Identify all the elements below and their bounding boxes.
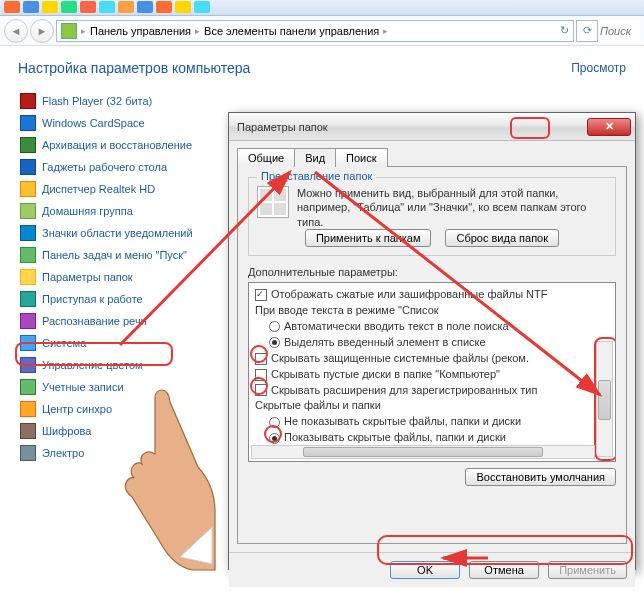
rb-show-hidden[interactable] [269,433,280,444]
tab-body: Представление папок Можно применить вид,… [237,166,627,544]
breadcrumb[interactable]: ▸ Панель управления ▸ Все элементы панел… [56,20,574,42]
item-label: Распознавание речи [42,315,147,327]
item-icon [20,291,36,307]
item-icon [20,225,36,241]
close-button[interactable]: ✕ [587,118,631,136]
cb-show-compressed[interactable] [255,289,267,301]
vertical-scrollbar[interactable] [596,341,613,457]
tabs: Общие Вид Поиск [229,141,635,166]
ok-button[interactable]: OK [390,561,460,579]
rb-auto-type[interactable] [269,321,280,332]
control-panel-item[interactable]: Flash Player (32 бита) [18,90,208,112]
control-panel-item[interactable]: Windows CardSpace [18,112,208,134]
group-text: Можно применить вид, выбранный для этой … [297,186,607,229]
rb-select-typed[interactable] [269,337,280,348]
refresh-button[interactable]: ⟳ [576,20,598,42]
cb-hide-protected[interactable] [255,353,267,365]
dialog-buttons: OK Отмена Применить [229,552,635,587]
folder-options-dialog: Параметры папок ✕ Общие Вид Поиск Предст… [228,112,636,570]
item-icon [20,445,36,461]
item-icon [20,93,36,109]
folder-views-group: Представление папок Можно применить вид,… [248,177,616,256]
item-label: Домашняя группа [42,205,133,217]
control-panel-item[interactable]: Приступая к работе [18,288,208,310]
rb-dont-show-hidden[interactable] [269,417,280,428]
item-icon [20,401,36,417]
item-icon [20,137,36,153]
crumb-1[interactable]: Панель управления [90,25,191,37]
tab-general[interactable]: Общие [237,148,295,167]
item-label: Параметры папок [42,271,133,283]
cancel-button[interactable]: Отмена [469,561,539,579]
item-icon [20,247,36,263]
page-title: Настройка параметров компьютера [18,60,250,76]
item-label: Панель задач и меню "Пуск" [42,249,187,261]
cb-hide-empty-drives[interactable] [255,369,267,381]
item-label: Flash Player (32 бита) [42,95,152,107]
highlight-folder-options [15,342,173,366]
item-label: Приступая к работе [42,293,143,305]
control-panel-item[interactable]: Значки области уведомлений [18,222,208,244]
item-label: Гаджеты рабочего стола [42,161,167,173]
control-panel-item[interactable]: Шифрова [18,420,208,442]
item-label: Шифрова [42,425,91,437]
advanced-label: Дополнительные параметры: [248,266,616,278]
item-icon [20,159,36,175]
control-panel-item[interactable]: Параметры папок [18,266,208,288]
control-panel-items: Flash Player (32 бита)Windows CardSpaceА… [18,90,208,464]
item-icon [20,423,36,439]
control-panel-item[interactable]: Домашняя группа [18,200,208,222]
apply-to-folders-button[interactable]: Применить к папкам [305,229,432,247]
control-panel-item[interactable]: Панель задач и меню "Пуск" [18,244,208,266]
control-panel-item[interactable]: Центр синхро [18,398,208,420]
item-label: Диспетчер Realtek HD [42,183,155,195]
control-panel-item[interactable]: Диспетчер Realtek HD [18,178,208,200]
item-label: Электро [42,447,84,459]
restore-defaults-button[interactable]: Восстановить умолчания [465,468,616,486]
item-icon [20,313,36,329]
folder-grid-icon [257,186,289,218]
tab-search[interactable]: Поиск [335,148,387,167]
horizontal-scrollbar[interactable] [251,445,595,459]
control-panel-item[interactable]: Распознавание речи [18,310,208,332]
group-title: Представление папок [257,170,376,182]
address-bar: ◄ ► ▸ Панель управления ▸ Все элементы п… [0,16,644,46]
dialog-titlebar[interactable]: Параметры папок ✕ [229,113,635,141]
control-panel-item[interactable]: Электро [18,442,208,464]
item-label: Центр синхро [42,403,112,415]
refresh-icon[interactable]: ↻ [560,24,569,37]
item-label: Архивация и восстановление [42,139,192,151]
item-label: Windows CardSpace [42,117,145,129]
advanced-settings-tree[interactable]: Отображать сжатые или зашифрованные файл… [248,282,616,462]
taskbar [0,0,644,16]
item-label: Значки области уведомлений [42,227,193,239]
item-icon [20,115,36,131]
item-icon [20,269,36,285]
back-button[interactable]: ◄ [4,19,28,43]
item-icon [20,203,36,219]
control-panel-item[interactable]: Учетные записи [18,376,208,398]
control-panel-item[interactable]: Архивация и восстановление [18,134,208,156]
tab-view[interactable]: Вид [294,148,336,167]
reset-folders-button[interactable]: Сброс вида папок [445,229,559,247]
control-panel-icon [61,23,77,39]
item-icon [20,181,36,197]
dialog-title: Параметры папок [237,121,587,133]
apply-button[interactable]: Применить [548,561,627,579]
cb-hide-extensions[interactable] [255,384,267,396]
item-icon [20,379,36,395]
search-input[interactable] [600,20,640,42]
control-panel-item[interactable]: Гаджеты рабочего стола [18,156,208,178]
view-link[interactable]: Просмотр [571,61,626,75]
crumb-2[interactable]: Все элементы панели управления [204,25,379,37]
item-label: Учетные записи [42,381,124,393]
forward-button[interactable]: ► [30,19,54,43]
